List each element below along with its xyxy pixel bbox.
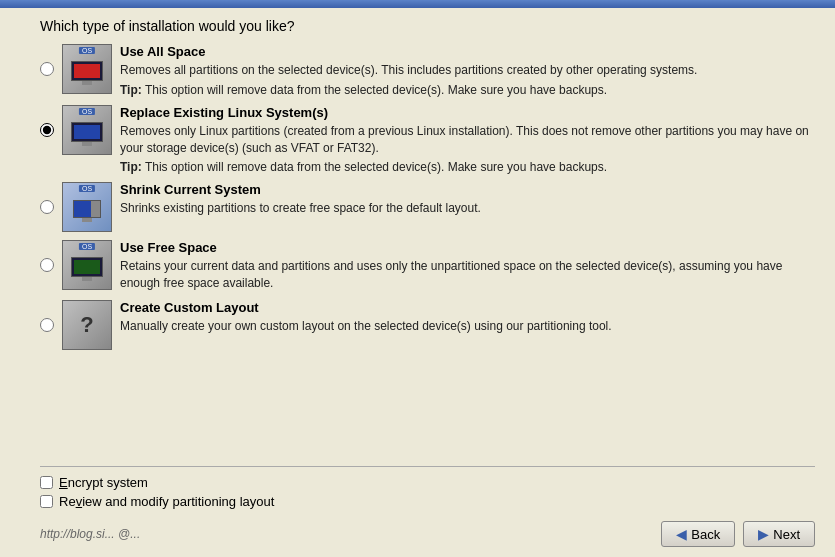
os-label-shrink: OS: [79, 185, 95, 192]
bottom-section: Encrypt system Review and modify partiti…: [40, 466, 815, 513]
options-list: OS Use All Space Removes all partitions …: [40, 44, 815, 458]
review-checkbox[interactable]: [40, 495, 53, 508]
icon-free: OS: [62, 240, 112, 290]
monitor-graphic-free: [71, 257, 103, 277]
option-tip-replace: Tip: This option will remove data from t…: [120, 160, 815, 174]
option-desc-replace: Removes only Linux partitions (created f…: [120, 123, 815, 157]
radio-shrink[interactable]: [40, 200, 54, 214]
option-desc-custom: Manually create your own custom layout o…: [120, 318, 815, 335]
url-text: http://blog.si... @...: [40, 527, 140, 541]
tip-text-use-all: This option will remove data from the se…: [145, 83, 607, 97]
shrink-monitor: [73, 200, 101, 218]
checkbox-review-row: Review and modify partitioning layout: [40, 494, 815, 509]
monitor-graphic: [71, 61, 103, 81]
option-title-free: Use Free Space: [120, 240, 815, 255]
top-bar: [0, 0, 835, 8]
option-use-all: OS Use All Space Removes all partitions …: [40, 44, 815, 97]
back-arrow-icon: ◀: [676, 526, 687, 542]
icon-replace: OS: [62, 105, 112, 155]
radio-use-all[interactable]: [40, 62, 54, 76]
question-text: Which type of installation would you lik…: [40, 18, 815, 34]
tip-label: Tip:: [120, 83, 142, 97]
radio-free[interactable]: [40, 258, 54, 272]
review-label: Review and modify partitioning layout: [59, 494, 274, 509]
back-label: Back: [691, 527, 720, 542]
option-desc-shrink: Shrinks existing partitions to create fr…: [120, 200, 815, 217]
option-content-free: Use Free Space Retains your current data…: [120, 240, 815, 292]
os-label-replace: OS: [79, 108, 95, 115]
option-replace: OS Replace Existing Linux System(s) Remo…: [40, 105, 815, 175]
option-free: OS Use Free Space Retains your current d…: [40, 240, 815, 292]
option-shrink: OS Shrink Current System Shrinks existin…: [40, 182, 815, 232]
checkbox-encrypt-row: Encrypt system: [40, 475, 815, 490]
option-title-replace: Replace Existing Linux System(s): [120, 105, 815, 120]
icon-shrink: OS: [62, 182, 112, 232]
encrypt-checkbox[interactable]: [40, 476, 53, 489]
back-button[interactable]: ◀ Back: [661, 521, 735, 547]
radio-replace[interactable]: [40, 123, 54, 137]
tip-text-replace: This option will remove data from the se…: [145, 160, 607, 174]
option-content-replace: Replace Existing Linux System(s) Removes…: [120, 105, 815, 175]
option-custom: ? Create Custom Layout Manually create y…: [40, 300, 815, 350]
monitor-graphic-replace: [71, 122, 103, 142]
option-tip-use-all: Tip: This option will remove data from t…: [120, 83, 815, 97]
question-mark-icon: ?: [80, 312, 93, 338]
next-label: Next: [773, 527, 800, 542]
os-label-free: OS: [79, 243, 95, 250]
os-label: OS: [79, 47, 95, 54]
option-title-custom: Create Custom Layout: [120, 300, 815, 315]
option-title-use-all: Use All Space: [120, 44, 815, 59]
option-desc-use-all: Removes all partitions on the selected d…: [120, 62, 815, 79]
option-content-custom: Create Custom Layout Manually create you…: [120, 300, 815, 335]
next-arrow-icon: ▶: [758, 526, 769, 542]
radio-custom[interactable]: [40, 318, 54, 332]
option-desc-free: Retains your current data and partitions…: [120, 258, 815, 292]
option-title-shrink: Shrink Current System: [120, 182, 815, 197]
main-container: Which type of installation would you lik…: [0, 8, 835, 557]
tip-label-replace: Tip:: [120, 160, 142, 174]
option-content-use-all: Use All Space Removes all partitions on …: [120, 44, 815, 97]
icon-custom: ?: [62, 300, 112, 350]
next-button[interactable]: ▶ Next: [743, 521, 815, 547]
option-content-shrink: Shrink Current System Shrinks existing p…: [120, 182, 815, 217]
encrypt-label: Encrypt system: [59, 475, 148, 490]
icon-use-all: OS: [62, 44, 112, 94]
footer: http://blog.si... @... ◀ Back ▶ Next: [40, 521, 815, 547]
